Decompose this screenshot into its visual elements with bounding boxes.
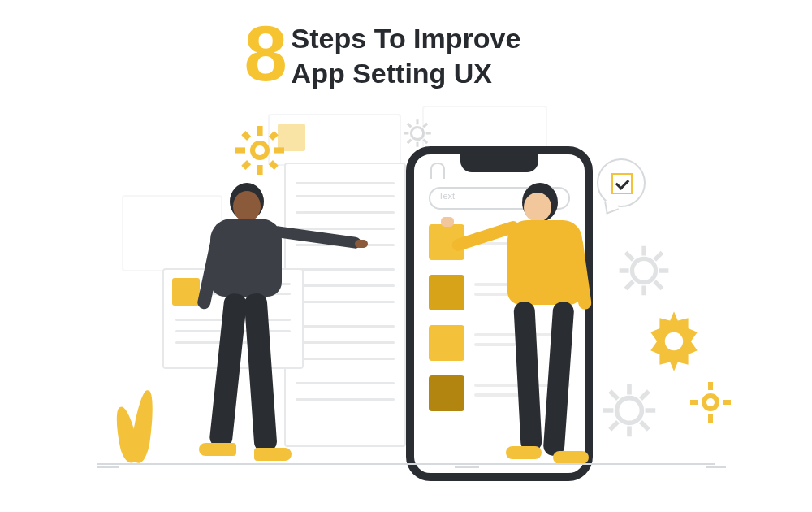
home-icon	[430, 163, 445, 179]
gear-icon	[235, 126, 284, 175]
title-number: 8	[244, 15, 287, 93]
list-item[interactable]	[429, 375, 464, 411]
list-item[interactable]	[429, 325, 464, 361]
gear-icon	[402, 118, 433, 149]
title-highlight: Setting UX	[352, 56, 492, 91]
svg-point-12	[665, 332, 683, 350]
svg-rect-6	[269, 131, 279, 141]
person-left-illustration	[183, 183, 345, 463]
person-right-illustration	[483, 183, 646, 463]
svg-rect-17	[690, 400, 698, 405]
phone-notch-icon	[460, 154, 538, 172]
gear-icon	[641, 309, 706, 374]
svg-rect-15	[708, 382, 713, 390]
svg-rect-7	[241, 160, 251, 170]
list-item[interactable]	[429, 275, 464, 310]
svg-rect-5	[241, 131, 251, 141]
svg-rect-2	[257, 165, 262, 175]
search-placeholder: Text	[438, 191, 455, 201]
page-title: 8 Steps To Improve App Setting UX	[0, 21, 812, 90]
svg-rect-3	[235, 147, 245, 153]
ground-dash-icon	[97, 466, 119, 468]
gear-icon	[690, 382, 731, 423]
svg-rect-8	[269, 160, 279, 170]
ground-dash-icon	[455, 466, 479, 468]
ground-line-icon	[97, 463, 715, 465]
ground-dash-icon	[706, 466, 726, 468]
title-line-1: Steps To Improve	[292, 21, 521, 56]
svg-point-10	[411, 127, 423, 139]
svg-rect-4	[274, 147, 284, 153]
svg-rect-1	[257, 126, 262, 136]
svg-rect-18	[723, 400, 731, 405]
svg-rect-16	[708, 414, 713, 423]
svg-point-9	[255, 145, 265, 155]
window-wireframe-icon	[268, 114, 401, 166]
svg-point-19	[706, 398, 715, 406]
title-line-2: App Setting UX	[292, 56, 521, 91]
